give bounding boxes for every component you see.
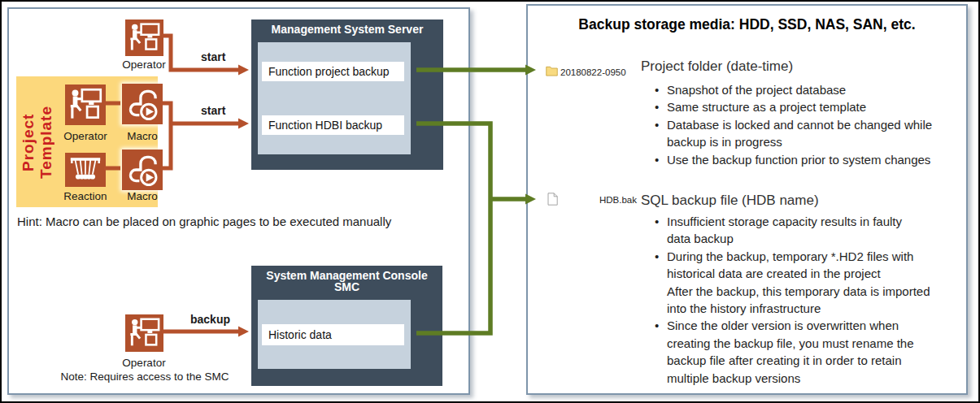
operator-glyph — [125, 20, 163, 56]
file-glyph — [547, 193, 558, 206]
smc-inner-panel: Historic data — [258, 300, 411, 369]
bullet-item: Same structure as a project template — [653, 98, 962, 115]
bullet-item: Database is locked and cannot be changed… — [653, 116, 962, 151]
smc-box: System Management Console SMC Historic d… — [251, 266, 442, 386]
explanation-panel: Backup storage media: HDD, SSD, NAS, SAN… — [526, 4, 968, 395]
flow-panel: Operator Project Template — [7, 7, 470, 395]
start-label-2: start — [201, 104, 225, 117]
folder-section-heading: Project folder (date-time) — [641, 58, 793, 75]
project-template-box: Project Template — [16, 76, 158, 207]
smc-box-title: System Management Console — [251, 266, 442, 281]
server-box-title: Management System Server — [251, 20, 443, 35]
function-hdbi-backup-bar: Function HDBI backup — [262, 115, 404, 135]
macro-icon — [122, 84, 163, 124]
operator-icon — [125, 314, 163, 352]
bullet-item: Use the backup function prior to system … — [653, 151, 962, 168]
backup-label: backup — [190, 313, 230, 326]
right-panel-title: Backup storage media: HDD, SSD, NAS, SAN… — [528, 16, 966, 33]
operator-glyph — [125, 314, 163, 352]
note-text: Note: Requires access to the SMC — [59, 370, 230, 383]
folder-icon — [546, 64, 558, 77]
operator-top-label: Operator — [115, 58, 172, 71]
folder-section-bullets: Snapshot of the project database Same st… — [653, 81, 962, 168]
macro-glyph — [122, 84, 163, 124]
macro1-label: Macro — [114, 130, 171, 142]
macro2-label: Macro — [114, 190, 171, 202]
function-project-backup-bar: Function project backup — [262, 62, 404, 81]
file-icon — [547, 193, 558, 206]
bullet-item: Snapshot of the project database — [653, 81, 962, 98]
file-section-bullets: Insufficient storage capacity results in… — [653, 213, 962, 387]
server-inner-panel: Function project backup Function HDBI ba… — [258, 42, 411, 154]
operator-icon — [125, 20, 163, 56]
macro-glyph — [122, 150, 163, 190]
file-section-heading: SQL backup file (HDB name) — [641, 193, 819, 209]
bullet-item: During the backup, temporary *.HD2 files… — [653, 248, 962, 318]
macro-icon — [122, 150, 163, 190]
operator-bottom-label: Operator — [115, 357, 172, 369]
management-system-server-box: Management System Server Function projec… — [251, 20, 443, 170]
smc-box-subtitle: SMC — [251, 281, 442, 292]
reaction-label: Reaction — [57, 190, 114, 202]
folder-name-label: 20180822-0950 — [560, 67, 626, 77]
hint-text: Hint: Macro can be placed on graphic pag… — [17, 214, 391, 228]
historic-data-bar: Historic data — [262, 324, 404, 345]
reaction-glyph — [65, 153, 106, 187]
folder-glyph — [546, 64, 558, 77]
bullet-item: Since the older version is overwritten w… — [653, 317, 962, 387]
reaction-icon — [65, 153, 106, 187]
backup-diagram: Operator Project Template — [0, 0, 980, 403]
project-template-title: Project Template — [20, 81, 55, 203]
operator-icon — [65, 84, 106, 125]
bullet-item: Insufficient storage capacity results in… — [653, 213, 962, 248]
operator-template-label: Operator — [57, 130, 114, 142]
operator-glyph — [65, 84, 106, 125]
file-name-label: HDB.bak — [599, 195, 637, 205]
start-label-1: start — [201, 50, 225, 63]
